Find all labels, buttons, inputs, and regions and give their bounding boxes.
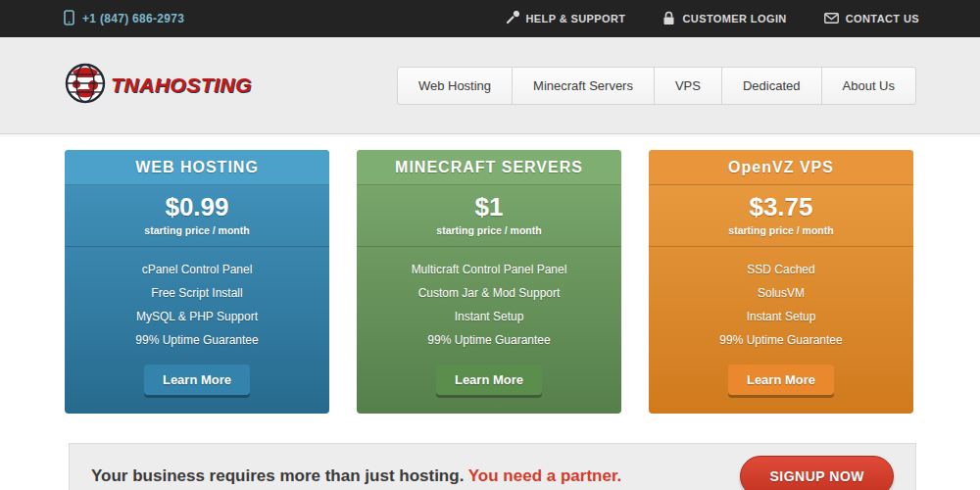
help-support-label: HELP & SUPPORT [526,13,626,24]
globe-icon [64,62,107,109]
card-price: $3.75 starting price / month [649,185,913,247]
feature-item: Custom Jar & Mod Support [357,281,621,305]
signup-cta-bar: Your business requires more than just ho… [69,443,916,490]
nav-item-web-hosting[interactable]: Web Hosting [397,67,513,105]
logo-text: TNAHOSTING [111,74,252,97]
phone-icon [64,10,74,28]
cta-text: Your business requires more than just ho… [91,466,621,486]
customer-login-label: CUSTOMER LOGIN [682,13,786,24]
signup-now-button[interactable]: SIGNUP NOW [740,456,894,490]
feature-list: SSD Cached SolusVM Instant Setup 99% Upt… [649,247,913,352]
pricing-card-openvz-vps: OpenVZ VPS $3.75 starting price / month … [649,150,913,414]
contact-us-label: CONTACT US [846,13,919,24]
feature-item: MySQL & PHP Support [65,305,329,328]
price-value: $0.99 [65,192,329,222]
main-content: WEB HOSTING $0.99 starting price / month… [0,134,980,490]
card-title: MINECRAFT SERVERS [357,150,621,185]
nav-item-vps[interactable]: VPS [654,67,722,105]
nav-item-about-us[interactable]: About Us [821,67,916,105]
price-value: $1 [357,192,621,222]
price-value: $3.75 [649,192,913,222]
learn-more-button-vps[interactable]: Learn More [728,365,834,395]
lock-icon [662,11,675,27]
header: TNAHOSTING Web Hosting Minecraft Servers… [0,37,980,134]
logo[interactable]: TNAHOSTING [64,62,252,109]
help-support-link[interactable]: HELP & SUPPORT [506,11,626,27]
feature-item: Instant Setup [649,305,913,328]
feature-item: 99% Uptime Guarantee [65,328,329,352]
card-title: OpenVZ VPS [649,150,913,185]
feature-item: cPanel Control Panel [65,258,329,281]
cta-text-main: Your business requires more than just ho… [91,466,464,485]
feature-item: Multicraft Control Panel Panel [357,258,621,281]
contact-us-link[interactable]: CONTACT US [824,11,919,27]
phone-number-label: +1 (847) 686-2973 [82,12,184,25]
learn-more-button-web-hosting[interactable]: Learn More [144,365,250,395]
topbar-links: HELP & SUPPORT CUSTOMER LOGIN CONTACT US [506,11,920,27]
card-price: $1 starting price / month [357,185,621,247]
nav-item-dedicated[interactable]: Dedicated [721,67,822,105]
feature-item: Free Script Install [65,281,329,305]
cta-text-accent: You need a partner. [468,466,622,485]
feature-list: cPanel Control Panel Free Script Install… [65,247,329,352]
main-nav: Web Hosting Minecraft Servers VPS Dedica… [398,67,916,105]
envelope-icon [824,13,839,25]
pricing-card-web-hosting: WEB HOSTING $0.99 starting price / month… [65,150,329,414]
learn-more-button-minecraft[interactable]: Learn More [436,365,542,395]
customer-login-link[interactable]: CUSTOMER LOGIN [662,11,786,27]
feature-item: 99% Uptime Guarantee [649,328,913,352]
feature-item: Instant Setup [357,305,621,328]
nav-item-minecraft-servers[interactable]: Minecraft Servers [512,67,655,105]
card-title: WEB HOSTING [65,150,329,185]
wrench-icon [506,11,519,26]
price-note: starting price / month [649,224,913,236]
pricing-cards: WEB HOSTING $0.99 starting price / month… [65,150,915,414]
feature-item: SSD Cached [649,258,913,281]
pricing-card-minecraft-servers: MINECRAFT SERVERS $1 starting price / mo… [357,150,621,414]
topbar: +1 (847) 686-2973 HELP & SUPPORT CUSTOME… [0,0,980,37]
feature-item: SolusVM [649,281,913,305]
phone-number[interactable]: +1 (847) 686-2973 [64,10,184,28]
feature-item: 99% Uptime Guarantee [357,328,621,352]
price-note: starting price / month [357,224,621,236]
price-note: starting price / month [65,224,329,236]
card-price: $0.99 starting price / month [65,185,329,247]
feature-list: Multicraft Control Panel Panel Custom Ja… [357,247,621,352]
